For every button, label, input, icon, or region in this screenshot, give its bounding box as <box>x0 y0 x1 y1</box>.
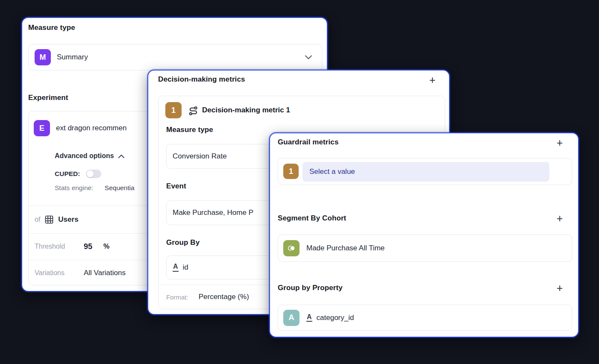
summary-badge: M <box>35 49 51 65</box>
format-label: Format: <box>166 294 188 301</box>
chevron-up-icon <box>118 154 124 158</box>
measure-type-value: Summary <box>57 53 88 62</box>
guardrail-number-badge: 1 <box>283 164 299 179</box>
experiment-name[interactable]: ext dragon recommen <box>56 124 126 132</box>
measure-type-select[interactable]: M Summary <box>28 44 322 70</box>
stats-engine-value: Sequentia <box>105 184 135 191</box>
of-label: of <box>35 216 40 223</box>
group-by-value: id <box>183 263 188 272</box>
experiment-label: Experiment <box>28 94 68 102</box>
guardrail-metric-panel: 1 Select a value <box>278 158 572 185</box>
chevron-down-icon <box>305 55 312 60</box>
cohort-icon <box>283 240 300 256</box>
segment-panel[interactable]: Made Purchase All Time <box>278 235 572 262</box>
add-segment-button[interactable]: + <box>554 213 565 224</box>
string-type-icon: A <box>173 263 179 272</box>
table-grid-icon <box>45 215 53 224</box>
threshold-label: Threshold <box>35 243 84 250</box>
threshold-input[interactable]: 95 <box>84 242 92 251</box>
string-type-icon: A <box>306 314 312 322</box>
entity-value: Users <box>58 215 78 224</box>
metric-title: Decision-making metric 1 <box>202 106 290 114</box>
variations-value: All Variations <box>84 269 126 277</box>
metric-measure-type-value: Conversion Rate <box>173 152 227 161</box>
metric-measure-type-label: Measure type <box>166 126 213 134</box>
segment-value: Made Purchase All Time <box>306 244 385 252</box>
fact-table-row[interactable]: of Users <box>35 205 79 233</box>
cuped-label: CUPED: <box>55 170 80 178</box>
segment-by-cohort-label: Segment By Cohort <box>278 214 346 223</box>
guardrail-placeholder: Select a value <box>309 167 355 176</box>
event-label: Event <box>166 182 186 191</box>
cuped-toggle[interactable] <box>86 170 101 178</box>
event-value: Make Purchase, Home P <box>173 208 253 217</box>
guardrail-metrics-card: Guardrail metrics + 1 Select a value Seg… <box>269 132 579 338</box>
advanced-options-toggle[interactable]: Advanced options <box>55 152 124 160</box>
add-guardrail-metric-button[interactable]: + <box>554 137 565 148</box>
threshold-unit: % <box>103 243 109 250</box>
guardrail-value-select[interactable]: Select a value <box>302 162 549 182</box>
group-by-label: Group By <box>166 238 200 247</box>
variations-row[interactable]: Variations All Variations <box>35 260 126 285</box>
format-value: Percentage (%) <box>199 293 249 301</box>
advanced-options-label: Advanced options <box>55 152 114 160</box>
group-property-panel[interactable]: A A category_id <box>278 305 572 331</box>
variations-label: Variations <box>35 269 84 277</box>
group-by-property-label: Group by Property <box>278 284 343 292</box>
metric-number-badge: 1 <box>165 102 182 118</box>
format-row: Format: Percentage (%) <box>166 285 249 309</box>
toggle-knob <box>87 170 94 177</box>
property-badge: A <box>283 310 300 326</box>
add-decision-metric-button[interactable]: + <box>427 74 438 85</box>
add-group-property-button[interactable]: + <box>554 282 565 294</box>
route-icon <box>188 106 198 116</box>
experiment-badge: E <box>34 120 50 136</box>
guardrail-metrics-title: Guardrail metrics <box>278 138 338 147</box>
decision-metrics-title: Decision-making metrics <box>158 75 245 84</box>
stats-engine-label: Stats engine: <box>55 184 93 191</box>
measure-type-label: Measure type <box>28 23 75 32</box>
group-property-value: category_id <box>317 314 354 322</box>
threshold-row: Threshold 95 % <box>35 233 109 260</box>
